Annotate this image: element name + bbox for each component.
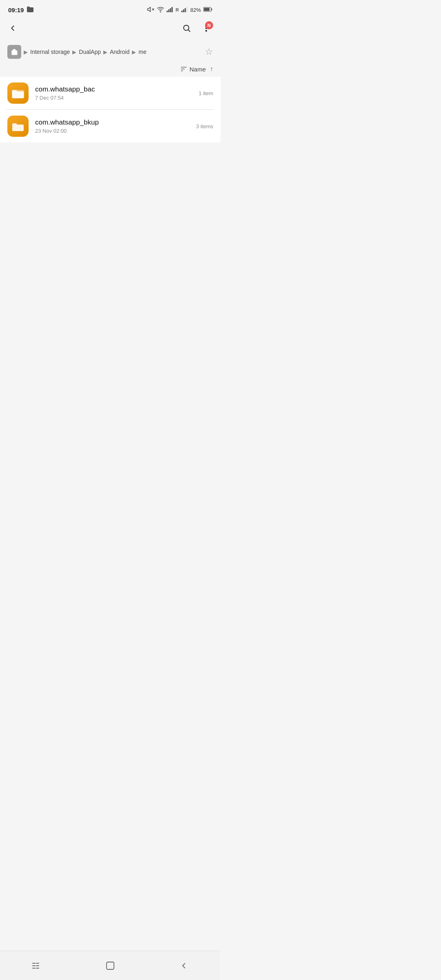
svg-rect-10	[186, 7, 187, 12]
file-list: com.whatsapp_bac 7 Dec 07:54 1 item com.…	[0, 77, 220, 143]
file-name: com.whatsapp_bac	[35, 85, 192, 94]
file-info: com.whatsapp_bkup 23 Nov 02:00	[35, 118, 189, 134]
svg-line-15	[188, 30, 190, 31]
list-item[interactable]: com.whatsapp_bac 7 Dec 07:54 1 item	[0, 77, 220, 109]
status-left: 09:19	[8, 7, 33, 13]
signal-icon-2	[181, 7, 188, 13]
mute-icon	[147, 6, 154, 14]
notification-badge: N	[205, 21, 213, 29]
file-date: 7 Dec 07:54	[35, 95, 192, 101]
folder-icon	[7, 116, 29, 137]
toolbar-left	[8, 22, 20, 37]
svg-rect-6	[172, 7, 173, 12]
sort-direction-button[interactable]: ↑	[210, 65, 213, 73]
svg-rect-9	[185, 8, 186, 12]
r-badge: R	[176, 7, 179, 12]
breadcrumb-chevron-2: ▶	[72, 49, 76, 55]
sort-bar: Name ↑	[0, 63, 220, 75]
search-button[interactable]	[180, 22, 193, 37]
breadcrumb-internal-storage[interactable]: Internal storage	[30, 49, 70, 55]
folder-indicator	[27, 7, 33, 13]
status-bar: 09:19	[0, 0, 220, 18]
sort-name-button[interactable]: Name	[180, 65, 206, 73]
file-name: com.whatsapp_bkup	[35, 118, 189, 127]
breadcrumb: ▶ Internal storage ▶ DualApp ▶ Android ▶…	[0, 41, 220, 63]
favorite-star-icon[interactable]: ☆	[205, 47, 213, 57]
file-count: 3 items	[196, 123, 213, 129]
toolbar-right: N	[180, 22, 212, 37]
list-item[interactable]: com.whatsapp_bkup 23 Nov 02:00 3 items	[0, 110, 220, 143]
clock: 09:19	[8, 7, 24, 13]
status-right: R 82%	[147, 6, 212, 14]
svg-rect-3	[167, 11, 168, 12]
file-count: 1 item	[199, 90, 213, 96]
battery-icon	[203, 7, 212, 13]
breadcrumb-me[interactable]: me	[138, 49, 146, 55]
breadcrumb-home-icon[interactable]	[7, 45, 21, 59]
svg-rect-7	[181, 11, 183, 12]
breadcrumb-chevron-3: ▶	[103, 49, 107, 55]
svg-rect-12	[212, 8, 212, 10]
file-date: 23 Nov 02:00	[35, 128, 189, 134]
signal-icon	[167, 7, 173, 13]
breadcrumb-chevron-4: ▶	[132, 49, 136, 55]
toolbar: N	[0, 18, 220, 41]
back-button[interactable]	[8, 22, 20, 37]
folder-icon	[7, 82, 29, 104]
breadcrumb-chevron-1: ▶	[24, 49, 28, 55]
file-info: com.whatsapp_bac 7 Dec 07:54	[35, 85, 192, 101]
more-options-button[interactable]: N	[200, 22, 212, 37]
breadcrumb-android[interactable]: Android	[110, 49, 129, 55]
svg-rect-13	[204, 8, 209, 11]
svg-rect-8	[183, 9, 184, 12]
battery-percent: 82%	[190, 7, 201, 13]
svg-point-18	[206, 30, 207, 31]
sort-label: Name	[189, 66, 206, 73]
svg-point-2	[160, 11, 161, 12]
svg-rect-5	[170, 8, 171, 12]
wifi-icon	[157, 6, 164, 14]
svg-rect-4	[168, 9, 169, 12]
breadcrumb-dualapp[interactable]: DualApp	[79, 49, 101, 55]
